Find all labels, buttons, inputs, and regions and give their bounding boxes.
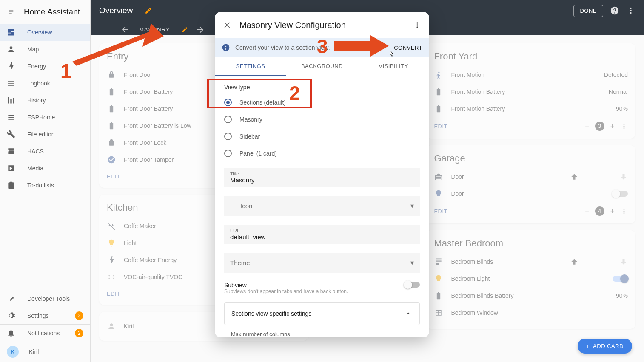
overflow-icon[interactable]: [413, 21, 422, 29]
lock-icon: [107, 139, 116, 147]
tab-next-icon[interactable]: [196, 25, 205, 34]
edit-button[interactable]: EDIT: [434, 208, 447, 215]
tab-background[interactable]: BACKGROUND: [286, 57, 358, 76]
convert-button[interactable]: CONVERT: [394, 45, 422, 51]
chevron-up-icon: [404, 309, 413, 318]
arrow-up-icon[interactable]: [570, 173, 578, 181]
sidebar-item-notifications[interactable]: Notifications 2: [0, 325, 90, 342]
sidebar-item-overview[interactable]: Overview: [0, 24, 90, 41]
radio-label: Panel (1 card): [239, 150, 277, 157]
toggle-switch[interactable]: [613, 191, 628, 197]
sidebar-item-settings[interactable]: Settings 2: [0, 307, 90, 324]
radio-icon: [224, 116, 232, 123]
radio-panel[interactable]: Panel (1 card): [224, 145, 420, 162]
plus-icon[interactable]: +: [610, 207, 614, 215]
overflow-icon[interactable]: [626, 6, 635, 15]
entity-name: Door: [451, 190, 605, 197]
molecule-icon: [107, 273, 116, 281]
done-button[interactable]: DONE: [573, 5, 603, 17]
sidebar-item-history[interactable]: History: [0, 92, 90, 109]
pencil-icon[interactable]: [145, 7, 152, 14]
radio-sections[interactable]: Sections (default): [224, 94, 420, 111]
edit-button[interactable]: EDIT: [107, 173, 120, 180]
sidebar-item-label: Logbook: [27, 80, 50, 87]
title-field[interactable]: Title Masonry: [224, 168, 420, 187]
list-icon: [7, 79, 15, 88]
url-field[interactable]: URL default_view: [224, 225, 420, 244]
arrow-down-icon[interactable]: [619, 173, 628, 181]
theme-field[interactable]: Theme ▾: [224, 253, 420, 273]
entity-row[interactable]: Front Motion BatteryNormal: [434, 83, 628, 100]
chip-icon: [7, 113, 15, 122]
arrow-up-icon[interactable]: [570, 257, 578, 266]
overflow-icon[interactable]: [620, 122, 628, 130]
arrow-down-icon[interactable]: [619, 257, 628, 266]
radio-icon: [224, 133, 232, 140]
overflow-icon[interactable]: [620, 207, 628, 215]
view-type-radios: Sections (default) Masonry Sidebar Panel…: [224, 94, 420, 162]
toggle-switch[interactable]: [613, 276, 628, 282]
help-icon[interactable]: [610, 6, 619, 15]
wrench-icon: [7, 130, 15, 139]
minus-icon[interactable]: −: [585, 122, 589, 130]
entity-row[interactable]: Bedroom Blinds Battery90%: [434, 287, 628, 304]
sidebar-user[interactable]: K Kiril: [0, 342, 90, 362]
account-icon: [7, 45, 15, 54]
icon-field[interactable]: Icon ▾: [224, 196, 420, 216]
sidebar-item-label: Notifications: [27, 330, 60, 337]
gear-icon: [7, 311, 15, 320]
minus-icon[interactable]: −: [585, 207, 589, 215]
sidebar-item-devtools[interactable]: Developer Tools: [0, 290, 90, 307]
sidebar-item-todo[interactable]: To-do lists: [0, 177, 90, 194]
sidebar-item-esphome[interactable]: ESPHome: [0, 109, 90, 126]
clipboard-icon: [7, 181, 15, 189]
entity-row[interactable]: Door: [434, 185, 628, 202]
entity-row[interactable]: Front Motion Battery90%: [434, 100, 628, 117]
add-card-button[interactable]: + ADD CARD: [578, 339, 632, 354]
sidebar-item-hacs[interactable]: HACS: [0, 143, 90, 160]
subview-title: Subview: [224, 282, 399, 288]
battery-icon: [434, 88, 443, 96]
field-label: Theme: [230, 259, 410, 266]
entity-row[interactable]: Front MotionDetected: [434, 66, 628, 83]
store-icon: [7, 147, 15, 156]
entity-row[interactable]: Bedroom Light: [434, 270, 628, 287]
sidebar-item-fileeditor[interactable]: File editor: [0, 126, 90, 143]
radio-masonry[interactable]: Masonry: [224, 111, 420, 128]
garage-icon: [434, 173, 443, 181]
tab-prev-icon[interactable]: [120, 25, 130, 34]
chevron-down-icon: ▾: [410, 202, 414, 210]
flash-icon: [107, 256, 116, 264]
sidebar-item-label: History: [27, 97, 46, 104]
close-icon[interactable]: [222, 20, 232, 30]
page-title: Overview: [99, 6, 133, 15]
annotation-1: 1: [60, 59, 71, 82]
field-label: URL: [230, 228, 414, 233]
tab-edit-icon[interactable]: [181, 26, 188, 33]
sidebar-item-map[interactable]: Map: [0, 41, 90, 58]
entity-row[interactable]: Bedroom Window: [434, 304, 628, 321]
hammer-icon: [7, 294, 15, 303]
sidebar-item-media[interactable]: Media: [0, 160, 90, 177]
subview-toggle[interactable]: [405, 282, 420, 288]
tab-visibility[interactable]: VISIBILITY: [358, 57, 429, 76]
edit-button[interactable]: EDIT: [107, 291, 120, 297]
sidebar-header: Home Assistant: [0, 0, 90, 24]
sidebar-item-logbook[interactable]: Logbook: [0, 75, 90, 92]
radio-sidebar[interactable]: Sidebar: [224, 128, 420, 145]
entity-row[interactable]: Bedroom Blinds: [434, 253, 628, 270]
annotation-2: 2: [289, 82, 300, 105]
menu-toggle-icon[interactable]: [7, 9, 15, 15]
tab-settings[interactable]: SETTINGS: [215, 57, 286, 76]
chart-icon: [7, 96, 15, 105]
field-value: Masonry: [230, 176, 414, 184]
plus-icon[interactable]: +: [610, 122, 614, 130]
entity-name: Bedroom Blinds: [451, 258, 562, 265]
chevron-down-icon: ▾: [410, 259, 414, 267]
sidebar-item-energy[interactable]: Energy: [0, 58, 90, 75]
bell-icon: [7, 329, 15, 337]
entity-value: Detected: [604, 71, 628, 78]
sections-settings-expander[interactable]: Sections view specific settings: [224, 302, 420, 325]
entity-row[interactable]: Door: [434, 168, 628, 185]
edit-button[interactable]: EDIT: [434, 123, 447, 130]
